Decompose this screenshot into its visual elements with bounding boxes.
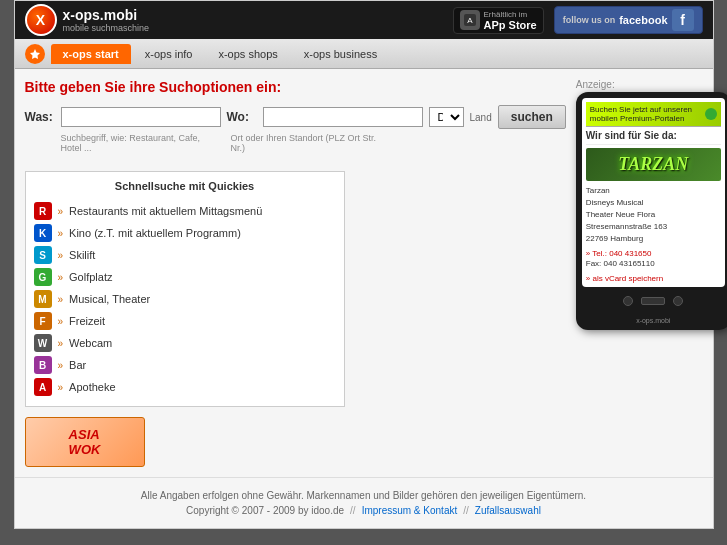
content-area: Bitte geben Sie ihre Suchoptionen ein: W… xyxy=(15,69,713,477)
nav-tab-start[interactable]: x-ops start xyxy=(51,44,131,64)
qi-label-3: Golfplatz xyxy=(69,271,112,283)
page-wrapper: X x-ops.mobi mobile suchmaschine A Erhäl… xyxy=(0,0,727,545)
anzeige-label: Anzeige: xyxy=(576,79,727,90)
quickie-item-1[interactable]: K » Kino (z.T. mit aktuellem Programm) xyxy=(34,222,336,244)
nav-star-icon xyxy=(25,44,45,64)
contact-subtitle: Disneys Musical xyxy=(586,197,721,209)
phone-button-right xyxy=(673,296,683,306)
qi-label-4: Musical, Theater xyxy=(69,293,150,305)
phone-button-left xyxy=(623,296,633,306)
quickie-item-8[interactable]: A » Apotheke xyxy=(34,376,336,398)
appstore-label: APp Store xyxy=(484,19,537,31)
right-column: Anzeige: Buchen Sie jetzt auf unseren mo… xyxy=(576,79,727,467)
banner-line2: WOK xyxy=(69,442,101,457)
qi-icon-0: R xyxy=(34,202,52,220)
hints-row: Suchbegriff, wie: Restaurant, Cafe, Hote… xyxy=(25,133,566,161)
qi-label-0: Restaurants mit aktuellem Mittagsmenü xyxy=(69,205,262,217)
qi-icon-5: F xyxy=(34,312,52,330)
qi-icon-1: K xyxy=(34,224,52,242)
qi-icon-6: W xyxy=(34,334,52,352)
qi-icon-7: B xyxy=(34,356,52,374)
appstore-button[interactable]: A Erhältlich im APp Store xyxy=(453,7,544,34)
footer-link-impressum[interactable]: Impressum & Kontakt xyxy=(362,505,458,516)
ad-icon xyxy=(705,108,717,120)
phone-button-center xyxy=(641,297,665,305)
contact-city: 22769 Hamburg xyxy=(586,233,721,245)
quickie-item-0[interactable]: R » Restaurants mit aktuellem Mittagsmen… xyxy=(34,200,336,222)
country-select[interactable]: D A CH xyxy=(429,107,464,127)
tarzan-name: TARZAN xyxy=(590,154,717,175)
banner-line1: ASIA xyxy=(69,427,101,442)
quickies-title: Schnellsuche mit Quickies xyxy=(34,180,336,192)
phone-frame: Buchen Sie jetzt auf unseren mobilen Pre… xyxy=(576,92,727,330)
wir-sind-label: Wir sind für Sie da: xyxy=(586,127,721,145)
contact-info: Tarzan Disneys Musical Theater Neue Flor… xyxy=(586,185,721,245)
facebook-follow: follow us on xyxy=(563,15,616,25)
ad-banner-text: Buchen Sie jetzt auf unseren mobilen Pre… xyxy=(590,105,705,123)
logo-area: X x-ops.mobi mobile suchmaschine xyxy=(25,4,150,36)
qi-label-6: Webcam xyxy=(69,337,112,349)
qi-label-8: Apotheke xyxy=(69,381,115,393)
quickies-box: Schnellsuche mit Quickies R » Restaurant… xyxy=(25,171,345,407)
quickie-item-4[interactable]: M » Musical, Theater xyxy=(34,288,336,310)
header: X x-ops.mobi mobile suchmaschine A Erhäl… xyxy=(15,1,713,39)
was-label: Was: xyxy=(25,110,55,124)
nav-tab-business[interactable]: x-ops business xyxy=(292,44,389,64)
was-hint: Suchbegriff, wie: Restaurant, Cafe, Hote… xyxy=(61,133,221,153)
appstore-icon: A xyxy=(460,10,480,30)
asia-wok-banner[interactable]: ASIA WOK xyxy=(25,417,145,467)
contact-venue: Theater Neue Flora xyxy=(586,209,721,221)
footer: Alle Angaben erfolgen ohne Gewähr. Marke… xyxy=(15,477,713,528)
contact-vcard[interactable]: » als vCard speichern xyxy=(586,274,721,283)
logo-subtitle: mobile suchmaschine xyxy=(63,23,150,33)
phone-bottom xyxy=(582,287,725,315)
phone-brand: x-ops.mobi xyxy=(582,317,725,324)
search-heading: Bitte geben Sie ihre Suchoptionen ein: xyxy=(25,79,566,95)
logo-title: x-ops.mobi xyxy=(63,7,138,23)
footer-links: Copyright © 2007 - 2009 by idoo.de // Im… xyxy=(27,505,701,516)
wo-label: Wo: xyxy=(227,110,257,124)
qi-label-2: Skilift xyxy=(69,249,95,261)
ad-banner[interactable]: Buchen Sie jetzt auf unseren mobilen Pre… xyxy=(586,102,721,127)
logo-text-group: x-ops.mobi mobile suchmaschine xyxy=(63,7,150,33)
was-input[interactable] xyxy=(61,107,221,127)
appstore-text-group: Erhältlich im APp Store xyxy=(484,10,537,31)
quickie-item-2[interactable]: S » Skilift xyxy=(34,244,336,266)
nav-bar: x-ops start x-ops info x-ops shops x-ops… xyxy=(15,39,713,69)
svg-marker-2 xyxy=(30,49,40,59)
qi-label-5: Freizeit xyxy=(69,315,105,327)
quickie-item-7[interactable]: B » Bar xyxy=(34,354,336,376)
tarzan-logo: TARZAN xyxy=(586,148,721,181)
nav-tab-info[interactable]: x-ops info xyxy=(133,44,205,64)
footer-link-zufall[interactable]: Zufallsauswahl xyxy=(475,505,541,516)
qi-icon-8: A xyxy=(34,378,52,396)
wo-hint: Ort oder Ihren Standort (PLZ Ort Str. Nr… xyxy=(231,133,391,153)
land-label: Land xyxy=(470,112,492,123)
contact-name: Tarzan xyxy=(586,185,721,197)
left-column: Bitte geben Sie ihre Suchoptionen ein: W… xyxy=(25,79,576,467)
quickie-item-6[interactable]: W » Webcam xyxy=(34,332,336,354)
contact-phone[interactable]: » Tel.: 040 431650 xyxy=(586,249,721,258)
search-row: Was: Wo: D A CH Land suchen xyxy=(25,105,566,129)
facebook-icon: f xyxy=(672,9,694,31)
footer-copyright: Alle Angaben erfolgen ohne Gewähr. Marke… xyxy=(27,490,701,501)
contact-fax: Fax: 040 43165110 xyxy=(586,258,721,270)
qi-icon-2: S xyxy=(34,246,52,264)
quickie-item-3[interactable]: G » Golfplatz xyxy=(34,266,336,288)
main-content: X x-ops.mobi mobile suchmaschine A Erhäl… xyxy=(14,0,714,529)
contact-street: Stresemannstraße 163 xyxy=(586,221,721,233)
facebook-button[interactable]: follow us on facebook f xyxy=(554,6,703,34)
wo-input[interactable] xyxy=(263,107,423,127)
search-button[interactable]: suchen xyxy=(498,105,566,129)
appstore-sub: Erhältlich im xyxy=(484,10,537,19)
footer-sep2: // xyxy=(463,505,469,516)
qi-label-7: Bar xyxy=(69,359,86,371)
nav-tab-shops[interactable]: x-ops shops xyxy=(206,44,289,64)
svg-text:A: A xyxy=(467,16,473,25)
facebook-label: facebook xyxy=(619,14,667,26)
quickie-item-5[interactable]: F » Freizeit xyxy=(34,310,336,332)
footer-copyright2: Copyright © 2007 - 2009 by idoo.de xyxy=(186,505,344,516)
logo-icon: X xyxy=(25,4,57,36)
footer-sep1: // xyxy=(350,505,356,516)
phone-screen: Buchen Sie jetzt auf unseren mobilen Pre… xyxy=(582,98,725,287)
